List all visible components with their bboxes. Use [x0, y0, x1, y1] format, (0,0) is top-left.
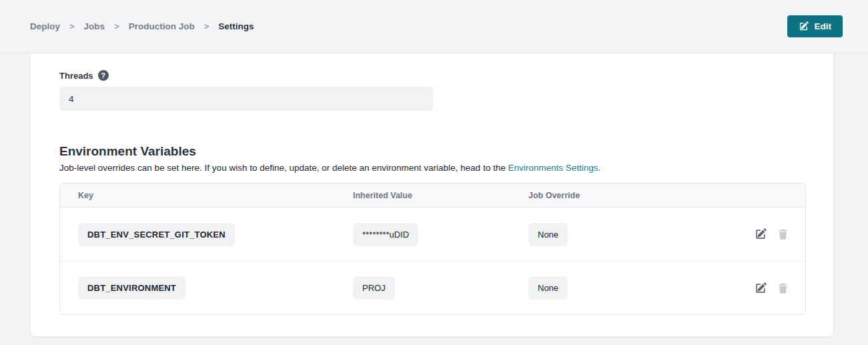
chevron-right-icon: >: [204, 21, 209, 31]
trash-icon: [777, 228, 789, 240]
breadcrumb-jobs[interactable]: Jobs: [84, 21, 105, 31]
environments-settings-link[interactable]: Environments Settings: [508, 163, 598, 173]
breadcrumb-production-job[interactable]: Production Job: [129, 21, 195, 31]
row-edit-button[interactable]: [755, 228, 767, 240]
table-row: DBT_ENVIRONMENT PROJ None: [60, 261, 805, 314]
table-row: DBT_ENV_SECRET_GIT_TOKEN ********uDID No…: [60, 208, 805, 261]
question-mark-circle-icon[interactable]: ?: [98, 70, 109, 81]
environment-variables-description: Job-level overrides can be set here. If …: [59, 163, 833, 173]
description-text: Job-level overrides can be set here. If …: [59, 163, 508, 173]
chevron-right-icon: >: [114, 21, 119, 31]
edit-icon: [755, 282, 767, 294]
job-override-badge: None: [528, 276, 568, 300]
environment-variables-title: Environment Variables: [59, 144, 833, 159]
breadcrumb: Deploy > Jobs > Production Job > Setting…: [30, 21, 254, 31]
inherited-value-badge: PROJ: [353, 276, 395, 300]
job-override-badge: None: [528, 223, 568, 246]
breadcrumb-settings-current: Settings: [218, 21, 254, 31]
env-var-key-badge: DBT_ENVIRONMENT: [78, 276, 185, 300]
column-header-job-override: Job Override: [510, 191, 732, 200]
inherited-value-badge: ********uDID: [353, 223, 418, 246]
environment-variables-table: Key Inherited Value Job Override DBT_ENV…: [59, 183, 806, 315]
breadcrumb-deploy[interactable]: Deploy: [30, 21, 60, 31]
trash-icon: [777, 282, 789, 294]
edit-icon: [755, 228, 767, 240]
edit-button-label: Edit: [815, 21, 832, 31]
column-header-inherited-value: Inherited Value: [335, 191, 510, 200]
threads-label: Threads: [59, 71, 93, 81]
chevron-right-icon: >: [69, 21, 75, 31]
row-delete-button[interactable]: [777, 282, 789, 294]
top-header-bar: Deploy > Jobs > Production Job > Setting…: [0, 0, 868, 53]
table-header-row: Key Inherited Value Job Override: [60, 184, 805, 208]
column-header-key: Key: [60, 191, 335, 200]
description-period: .: [598, 163, 601, 173]
threads-input: [59, 87, 433, 111]
job-settings-card: Threads ? Environment Variables Job-leve…: [30, 53, 834, 337]
edit-button[interactable]: Edit: [787, 15, 843, 37]
edit-pencil-square-icon: [799, 21, 809, 31]
row-edit-button[interactable]: [755, 282, 767, 294]
row-delete-button[interactable]: [777, 228, 789, 240]
env-var-key-badge: DBT_ENV_SECRET_GIT_TOKEN: [78, 223, 235, 246]
